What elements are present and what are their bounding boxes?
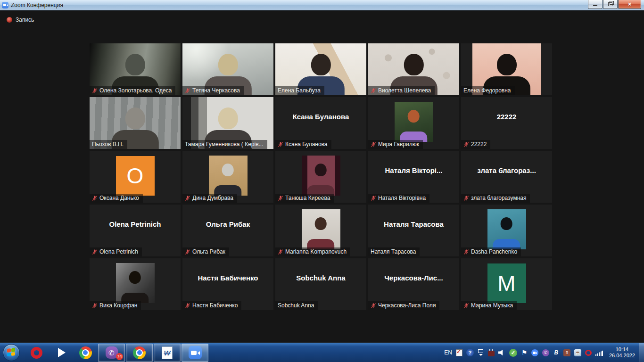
minimize-button[interactable] <box>588 0 603 9</box>
muted-mic-icon <box>463 195 469 201</box>
close-icon: × <box>628 1 632 8</box>
participant-tile[interactable]: Дина Думбрава <box>182 151 273 203</box>
show-hidden-icons-icon[interactable] <box>478 348 484 357</box>
participant-big-name: Ольга Рибак <box>182 220 273 228</box>
participant-tile[interactable]: Елена Бальбуза <box>275 43 366 95</box>
language-indicator-icon[interactable]: EN <box>444 348 452 357</box>
participant-name: Ксана Буланова <box>285 141 328 148</box>
power-icon[interactable] <box>488 351 495 356</box>
participant-tile[interactable]: Черкасова-Лис...Черкасова-Лиса Поля <box>368 258 459 310</box>
participant-tile[interactable]: Marianna Kompanovuch <box>275 205 366 256</box>
media-player-taskbar-button[interactable] <box>51 343 70 362</box>
muted-mic-icon <box>92 195 98 201</box>
participant-tile[interactable]: Sobchuk AnnaSobchuk Anna <box>275 258 366 310</box>
participant-tile[interactable]: Елена Федоровна <box>461 43 552 95</box>
participant-tile[interactable]: Танюша Киреева <box>275 151 366 203</box>
person-silhouette <box>213 163 244 196</box>
record-dot-icon <box>7 17 12 23</box>
participant-name: 22222 <box>471 141 487 148</box>
participant-tile[interactable]: Виолетта Шепелева <box>368 43 459 95</box>
start-button[interactable] <box>3 344 20 361</box>
viber-tray-icon[interactable] <box>542 349 549 356</box>
zoom-tray-icon[interactable] <box>531 349 538 356</box>
participant-tile[interactable]: Ксана БулановаКсана Буланова <box>275 97 366 149</box>
participant-tile[interactable]: OОксана Данько <box>90 151 181 203</box>
participant-tile[interactable]: Настя БабиченкоНастя Бабиченко <box>182 258 273 310</box>
avatar-letter: M <box>487 263 526 303</box>
muted-mic-icon <box>278 195 283 201</box>
participant-tile[interactable]: Тамара Гуменникова ( Керів... <box>182 97 273 149</box>
onenote-icon[interactable] <box>563 349 570 356</box>
avatar-photo <box>395 102 433 142</box>
participant-label: Наталя Тарасова <box>368 247 420 256</box>
participant-big-name: Sobchuk Anna <box>275 274 366 282</box>
participant-big-name: Olena Petrinich <box>90 220 181 228</box>
participant-tile[interactable]: Наталя ТарасоваНаталя Тарасова <box>368 205 459 256</box>
viber-taskbar-button[interactable]: 74 <box>98 344 125 362</box>
participant-tile[interactable]: Ольга РибакОльга Рибак <box>182 205 273 256</box>
participant-tile[interactable]: MМарина Музыка <box>461 258 552 310</box>
participant-label: Танюша Киреева <box>275 194 334 203</box>
participant-label: Наталя Вікторівна <box>368 194 429 203</box>
volume-icon[interactable] <box>498 349 505 356</box>
person-silhouette <box>398 109 429 142</box>
muted-mic-icon <box>185 249 190 255</box>
zoom-app-icon <box>2 2 8 8</box>
word-icon <box>162 346 173 359</box>
participant-tile[interactable]: Dasha Panchenko <box>461 205 552 256</box>
participant-name: Елена Федоровна <box>463 87 511 94</box>
close-button[interactable]: × <box>618 0 641 9</box>
avatar-letter: O <box>116 156 155 196</box>
action-center-icon[interactable] <box>521 348 528 357</box>
participant-name: Оксана Данько <box>99 195 139 201</box>
participant-name: Тамара Гуменникова ( Керів... <box>185 141 264 148</box>
muted-mic-icon <box>92 303 98 309</box>
opera-tray-icon[interactable] <box>585 350 592 356</box>
participant-tile[interactable]: Наталя Вікторі...Наталя Вікторівна <box>368 151 459 203</box>
zoom-icon <box>189 346 202 359</box>
network-icon[interactable] <box>595 350 603 356</box>
chrome-icon <box>79 346 92 359</box>
recording-indicator: Запись <box>7 16 34 23</box>
java-icon[interactable] <box>574 349 581 356</box>
taskbar-apps: 74 <box>24 343 209 362</box>
participant-tile[interactable]: Тетяна Черкасова <box>182 43 273 95</box>
viber-badge: 74 <box>116 353 123 360</box>
participant-label: Sobchuk Anna <box>275 301 318 310</box>
participant-name: Настя Бабиченко <box>192 302 238 309</box>
restore-button[interactable] <box>603 0 618 9</box>
participant-tile[interactable]: Олена Золотарьова. Одеса <box>90 43 181 95</box>
participant-label: Елена Бальбуза <box>275 86 324 95</box>
participant-tile[interactable]: Пьохов В.Н. <box>90 97 181 149</box>
chrome-2-icon <box>133 346 146 359</box>
muted-mic-icon <box>371 303 376 309</box>
participant-name: Ольга Рибак <box>192 248 225 255</box>
participant-tile[interactable]: Olena PetrinichOlena Petrinich <box>90 205 181 256</box>
avatar-photo <box>209 156 248 196</box>
taskbar-clock[interactable]: 10:14 26.04.2022 <box>609 346 635 359</box>
participant-tile[interactable]: злата благораз...злата благоразумная <box>461 151 552 203</box>
avatar-photo <box>487 209 526 249</box>
chrome-2-taskbar-button[interactable] <box>126 344 153 362</box>
zoom-taskbar-button[interactable] <box>182 344 208 362</box>
participant-tile[interactable]: Вика Коцофан <box>90 258 181 310</box>
participant-label: Мира Гаврилюк <box>368 140 423 149</box>
help-icon[interactable] <box>466 349 474 356</box>
participant-label: Пьохов В.Н. <box>90 140 127 149</box>
chrome-taskbar-button[interactable] <box>76 343 95 362</box>
participant-label: Тетяна Черкасова <box>182 86 244 95</box>
muted-mic-icon <box>371 88 376 94</box>
security-ok-icon[interactable] <box>509 349 517 357</box>
participant-tile[interactable]: Мира Гаврилюк <box>368 97 459 149</box>
participant-label: Вика Коцофан <box>90 301 141 310</box>
participant-name: Черкасова-Лиса Поля <box>378 302 436 309</box>
participant-name: Дина Думбрава <box>192 195 233 201</box>
participant-tile[interactable]: 2222222222 <box>461 97 552 149</box>
word-taskbar-button[interactable] <box>154 344 181 362</box>
opera-taskbar-button[interactable] <box>27 343 46 362</box>
bluetooth-icon[interactable] <box>553 348 560 357</box>
participant-label: Olena Petrinich <box>90 247 142 256</box>
muted-mic-icon <box>92 249 98 255</box>
show-desktop-button[interactable] <box>639 343 644 362</box>
language-bar-icon[interactable] <box>456 349 462 356</box>
